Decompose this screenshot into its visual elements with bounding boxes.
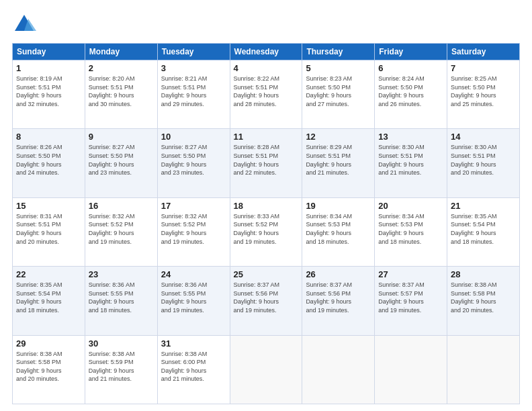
calendar-header: SundayMondayTuesdayWednesdayThursdayFrid… [13, 44, 520, 60]
day-number: 22 [16, 269, 81, 279]
calendar-cell [375, 335, 447, 404]
day-info: Sunrise: 8:32 AM Sunset: 5:52 PM Dayligh… [161, 212, 226, 246]
weekday-friday: Friday [375, 44, 447, 60]
logo [12, 12, 40, 36]
calendar-cell: 9Sunrise: 8:27 AM Sunset: 5:50 PM Daylig… [85, 129, 157, 197]
day-info: Sunrise: 8:35 AM Sunset: 5:54 PM Dayligh… [16, 281, 81, 314]
calendar-body: 1Sunrise: 8:19 AM Sunset: 5:51 PM Daylig… [13, 60, 520, 404]
header [12, 12, 520, 36]
day-number: 27 [378, 269, 443, 279]
calendar-cell: 2Sunrise: 8:20 AM Sunset: 5:51 PM Daylig… [85, 60, 157, 129]
calendar-week-3: 15Sunrise: 8:31 AM Sunset: 5:51 PM Dayli… [13, 197, 520, 266]
day-info: Sunrise: 8:27 AM Sunset: 5:50 PM Dayligh… [161, 143, 226, 177]
day-number: 7 [451, 63, 516, 73]
day-number: 20 [378, 201, 443, 211]
calendar-cell: 8Sunrise: 8:26 AM Sunset: 5:50 PM Daylig… [13, 129, 85, 197]
calendar-cell: 4Sunrise: 8:22 AM Sunset: 5:51 PM Daylig… [230, 60, 302, 129]
calendar-cell: 22Sunrise: 8:35 AM Sunset: 5:54 PM Dayli… [13, 267, 85, 335]
weekday-sunday: Sunday [13, 44, 85, 60]
day-number: 30 [89, 338, 154, 349]
day-info: Sunrise: 8:34 AM Sunset: 5:53 PM Dayligh… [306, 212, 371, 246]
day-number: 9 [89, 132, 154, 142]
day-number: 10 [161, 132, 226, 142]
day-info: Sunrise: 8:25 AM Sunset: 5:50 PM Dayligh… [451, 75, 516, 108]
calendar-cell: 7Sunrise: 8:25 AM Sunset: 5:50 PM Daylig… [447, 60, 520, 129]
day-info: Sunrise: 8:36 AM Sunset: 5:55 PM Dayligh… [89, 281, 154, 314]
day-number: 21 [451, 201, 516, 211]
day-number: 1 [16, 63, 81, 73]
calendar-cell: 23Sunrise: 8:36 AM Sunset: 5:55 PM Dayli… [85, 267, 157, 335]
weekday-wednesday: Wednesday [230, 44, 302, 60]
day-info: Sunrise: 8:29 AM Sunset: 5:51 PM Dayligh… [306, 143, 371, 177]
day-number: 31 [161, 338, 226, 349]
calendar-cell: 25Sunrise: 8:37 AM Sunset: 5:56 PM Dayli… [230, 267, 302, 335]
day-info: Sunrise: 8:28 AM Sunset: 5:51 PM Dayligh… [234, 143, 299, 177]
calendar-cell: 5Sunrise: 8:23 AM Sunset: 5:50 PM Daylig… [302, 60, 375, 129]
calendar-cell: 15Sunrise: 8:31 AM Sunset: 5:51 PM Dayli… [13, 197, 85, 266]
day-info: Sunrise: 8:35 AM Sunset: 5:54 PM Dayligh… [451, 212, 516, 246]
day-number: 3 [161, 63, 226, 73]
calendar-cell: 30Sunrise: 8:38 AM Sunset: 5:59 PM Dayli… [85, 335, 157, 404]
calendar-cell: 18Sunrise: 8:33 AM Sunset: 5:52 PM Dayli… [230, 197, 302, 266]
day-number: 15 [16, 201, 81, 211]
calendar-cell [302, 335, 375, 404]
weekday-monday: Monday [85, 44, 157, 60]
calendar-cell: 21Sunrise: 8:35 AM Sunset: 5:54 PM Dayli… [447, 197, 520, 266]
day-info: Sunrise: 8:30 AM Sunset: 5:51 PM Dayligh… [451, 143, 516, 177]
calendar-cell: 17Sunrise: 8:32 AM Sunset: 5:52 PM Dayli… [157, 197, 230, 266]
day-info: Sunrise: 8:34 AM Sunset: 5:53 PM Dayligh… [378, 212, 443, 246]
day-number: 25 [234, 269, 299, 279]
logo-icon [12, 12, 36, 36]
day-info: Sunrise: 8:36 AM Sunset: 5:55 PM Dayligh… [161, 281, 226, 314]
day-info: Sunrise: 8:27 AM Sunset: 5:50 PM Dayligh… [89, 143, 154, 177]
day-number: 5 [306, 63, 371, 73]
day-info: Sunrise: 8:22 AM Sunset: 5:51 PM Dayligh… [234, 75, 299, 108]
day-number: 2 [89, 63, 154, 73]
day-number: 16 [89, 201, 154, 211]
day-number: 23 [89, 269, 154, 279]
calendar-cell: 3Sunrise: 8:21 AM Sunset: 5:51 PM Daylig… [157, 60, 230, 129]
calendar-cell: 24Sunrise: 8:36 AM Sunset: 5:55 PM Dayli… [157, 267, 230, 335]
calendar-cell: 12Sunrise: 8:29 AM Sunset: 5:51 PM Dayli… [302, 129, 375, 197]
day-number: 13 [378, 132, 443, 142]
calendar-cell: 16Sunrise: 8:32 AM Sunset: 5:52 PM Dayli… [85, 197, 157, 266]
calendar-cell: 20Sunrise: 8:34 AM Sunset: 5:53 PM Dayli… [375, 197, 447, 266]
day-info: Sunrise: 8:24 AM Sunset: 5:50 PM Dayligh… [378, 75, 443, 108]
day-number: 29 [16, 338, 81, 349]
day-number: 12 [306, 132, 371, 142]
day-info: Sunrise: 8:33 AM Sunset: 5:52 PM Dayligh… [234, 212, 299, 246]
day-number: 28 [451, 269, 516, 279]
calendar-cell: 11Sunrise: 8:28 AM Sunset: 5:51 PM Dayli… [230, 129, 302, 197]
calendar-cell: 27Sunrise: 8:37 AM Sunset: 5:57 PM Dayli… [375, 267, 447, 335]
weekday-saturday: Saturday [447, 44, 520, 60]
day-info: Sunrise: 8:26 AM Sunset: 5:50 PM Dayligh… [16, 143, 81, 177]
calendar-cell: 6Sunrise: 8:24 AM Sunset: 5:50 PM Daylig… [375, 60, 447, 129]
day-info: Sunrise: 8:38 AM Sunset: 5:58 PM Dayligh… [451, 281, 516, 314]
calendar-cell [447, 335, 520, 404]
day-number: 14 [451, 132, 516, 142]
day-info: Sunrise: 8:30 AM Sunset: 5:51 PM Dayligh… [378, 143, 443, 177]
calendar-cell: 13Sunrise: 8:30 AM Sunset: 5:51 PM Dayli… [375, 129, 447, 197]
calendar-cell: 1Sunrise: 8:19 AM Sunset: 5:51 PM Daylig… [13, 60, 85, 129]
day-info: Sunrise: 8:38 AM Sunset: 5:59 PM Dayligh… [89, 350, 154, 383]
calendar-cell: 31Sunrise: 8:38 AM Sunset: 6:00 PM Dayli… [157, 335, 230, 404]
calendar-cell: 29Sunrise: 8:38 AM Sunset: 5:58 PM Dayli… [13, 335, 85, 404]
calendar-cell [230, 335, 302, 404]
day-number: 17 [161, 201, 226, 211]
calendar-cell: 26Sunrise: 8:37 AM Sunset: 5:56 PM Dayli… [302, 267, 375, 335]
calendar-table: SundayMondayTuesdayWednesdayThursdayFrid… [12, 43, 520, 404]
day-number: 26 [306, 269, 371, 279]
calendar-cell: 28Sunrise: 8:38 AM Sunset: 5:58 PM Dayli… [447, 267, 520, 335]
day-number: 8 [16, 132, 81, 142]
day-info: Sunrise: 8:37 AM Sunset: 5:56 PM Dayligh… [306, 281, 371, 314]
day-info: Sunrise: 8:32 AM Sunset: 5:52 PM Dayligh… [89, 212, 154, 246]
day-number: 24 [161, 269, 226, 279]
day-number: 4 [234, 63, 299, 73]
calendar-cell: 19Sunrise: 8:34 AM Sunset: 5:53 PM Dayli… [302, 197, 375, 266]
day-number: 19 [306, 201, 371, 211]
day-info: Sunrise: 8:21 AM Sunset: 5:51 PM Dayligh… [161, 75, 226, 108]
page: SundayMondayTuesdayWednesdayThursdayFrid… [0, 0, 532, 411]
calendar-cell: 14Sunrise: 8:30 AM Sunset: 5:51 PM Dayli… [447, 129, 520, 197]
calendar-cell: 10Sunrise: 8:27 AM Sunset: 5:50 PM Dayli… [157, 129, 230, 197]
weekday-thursday: Thursday [302, 44, 375, 60]
